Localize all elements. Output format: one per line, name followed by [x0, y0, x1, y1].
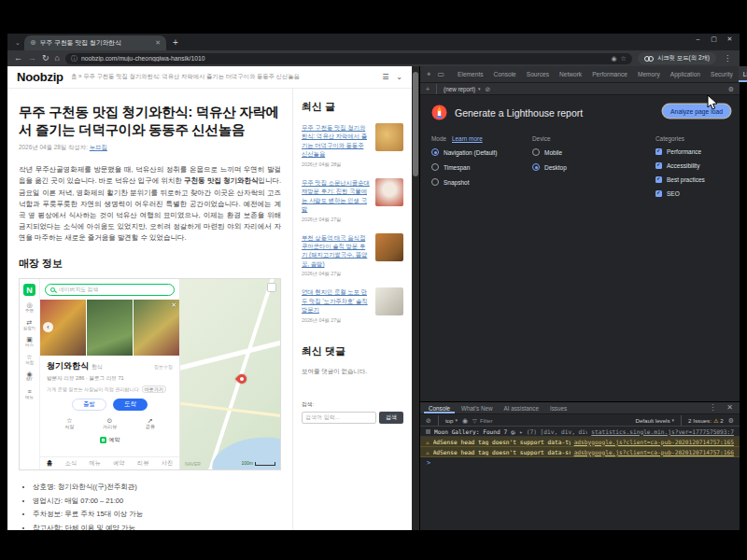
inspect-element-icon[interactable]: ⌖ [424, 71, 434, 78]
search-button[interactable]: 검색 [379, 412, 403, 424]
new-tab-button[interactable]: + [173, 37, 178, 48]
console-prompt[interactable]: > [420, 457, 740, 469]
category-best-practices-checkbox[interactable]: Best practices [655, 176, 730, 183]
rail-item-menu[interactable]: ≡메뉴 [25, 388, 34, 400]
minimize-button[interactable]: – [690, 35, 706, 43]
map-search-input[interactable]: 네이버지도 검색 [45, 284, 175, 296]
place-tab-review[interactable]: 리뷰 [137, 459, 148, 468]
tab-security[interactable]: Security [706, 66, 738, 82]
tab-close-icon[interactable]: ✕ [155, 39, 161, 47]
post-thumbnail[interactable] [375, 287, 403, 315]
bookmark-star-icon[interactable]: ☆ [621, 55, 627, 63]
header-menu-icon[interactable]: ☰ [382, 73, 388, 81]
chevron-down-icon[interactable]: ⌄ [396, 73, 402, 81]
drawer-close-icon[interactable]: ✕ [724, 404, 736, 412]
scrollbar-thumb[interactable] [413, 72, 418, 176]
place-tab-news[interactable]: 소식 [65, 459, 77, 468]
clear-reports-icon[interactable]: ⊘ [486, 86, 491, 92]
share-action[interactable]: ↗공유 [146, 417, 155, 429]
rail-item-nearby[interactable]: ◎주변 [25, 301, 34, 314]
issues-counter[interactable]: 2 Issues:⚠2 [688, 417, 724, 424]
drawer-tab-console[interactable]: Console [424, 402, 455, 413]
incognito-profile-chip[interactable]: 시크릿 모드(외 2개) [638, 52, 716, 64]
map-canvas[interactable]: 100m NAVER [180, 279, 280, 469]
home-icon[interactable]: ⌂ [55, 54, 60, 63]
site-info-icon[interactable]: ⓘ [71, 54, 78, 63]
category-performance-checkbox[interactable]: Performance [655, 148, 730, 155]
log-levels-select[interactable]: Default levels▾ [635, 417, 674, 424]
device-toolbar-icon[interactable]: ▭ [435, 71, 448, 78]
place-name[interactable]: 청기와한식 [47, 360, 89, 372]
lighthouse-settings-icon[interactable]: ⚙ [728, 86, 734, 92]
source-link[interactable]: statistics.single.min.js?ver=1777575093:… [591, 428, 734, 435]
map-control-button[interactable] [267, 283, 276, 292]
password-eye-icon[interactable]: ◉ [612, 55, 617, 63]
window-close-button[interactable]: ✕ [722, 35, 738, 43]
source-link[interactable]: adsbygoogle.js?client=ca-pub-20201207147… [574, 439, 734, 445]
place-tab-photo[interactable]: 사진 [162, 459, 173, 468]
place-tab-home[interactable]: 홈 [47, 459, 52, 468]
tab-application[interactable]: Application [666, 66, 705, 82]
tab-sources[interactable]: Sources [522, 66, 554, 82]
page-scrollbar[interactable] [412, 66, 419, 530]
console-log-row[interactable]: Moon Gallery: Found 7 gallery root(s) in… [420, 427, 740, 437]
mode-timespan-radio[interactable]: Timespan [431, 163, 532, 171]
save-action[interactable]: ☆저장 [64, 417, 74, 429]
drawer-tab-ai-assistance[interactable]: AI assistance [500, 402, 543, 413]
place-tab-reserve[interactable]: 예약 [113, 459, 124, 468]
post-thumbnail[interactable] [375, 178, 403, 206]
post-link[interactable]: 무주 구천동 맛집 청기와한식: 덕유산 자락에서 즐기는 더덕구이와 동동주 … [302, 123, 371, 159]
back-icon[interactable]: ← [14, 54, 22, 63]
source-link[interactable]: adsbygoogle.js?client=ca-pub-20201207147… [574, 449, 734, 455]
address-bar[interactable]: ⓘ noobzip.com/muju-cheonggiwa-hansik/101… [65, 53, 632, 64]
drawer-tab-whats-new[interactable]: What's New [457, 402, 497, 413]
author-link[interactable]: 누브집 [90, 144, 107, 150]
post-link[interactable]: 무주 맛집 소문난시골순대 재방문 후기: 진한 국물에는 사람도 변하는 인생… [302, 178, 371, 214]
tab-console[interactable]: Console [489, 66, 521, 82]
place-reviews[interactable]: 방문자 리뷰 286 · 블로그 리뷰 71 [47, 375, 173, 383]
analyze-page-load-button[interactable]: Analyze page load [663, 105, 730, 118]
mode-navigation-radio[interactable]: Navigation (Default) [431, 148, 532, 156]
search-input[interactable] [302, 412, 376, 424]
rail-item-save[interactable]: ☆저장 [25, 354, 34, 366]
clear-console-icon[interactable]: ⊘ [426, 417, 431, 424]
site-logo[interactable]: Noobzip [17, 70, 63, 84]
tab-network[interactable]: Network [555, 66, 586, 82]
place-photo[interactable] [87, 300, 133, 356]
depart-button[interactable]: 출발 [72, 399, 106, 411]
browser-menu-icon[interactable]: ⋮ [722, 54, 733, 63]
forward-icon[interactable]: → [28, 54, 36, 63]
place-tab-menu[interactable]: 메뉴 [89, 459, 100, 468]
drawer-menu-icon[interactable]: ⋮ [706, 404, 719, 412]
device-desktop-radio[interactable]: Desktop [532, 163, 655, 171]
tab-elements[interactable]: Elements [453, 66, 488, 82]
tab-performance[interactable]: Performance [587, 66, 632, 82]
shortcut-chip[interactable]: 바로가기 [142, 385, 166, 393]
reload-icon[interactable]: ↻ [42, 54, 49, 63]
place-edit-link[interactable]: 정보수정 [154, 364, 173, 370]
mode-snapshot-radio[interactable]: Snapshot [431, 178, 532, 186]
post-thumbnail[interactable] [375, 123, 403, 151]
post-link[interactable]: 부천 상동역 태국 음식점 쿠아쿤타이 솔직 방문 후기 (돼지고기쌀국수, 똠… [302, 233, 371, 269]
naver-logo[interactable]: N [23, 284, 35, 296]
tab-memory[interactable]: Memory [633, 66, 665, 82]
category-seo-checkbox[interactable]: SEO [655, 190, 730, 197]
photo-close-icon[interactable]: ✕ [171, 301, 176, 309]
tab-lighthouse[interactable]: Lighthouse [739, 66, 747, 82]
rail-item-directions[interactable]: ⇄길찾기 [23, 319, 36, 331]
new-report-icon[interactable]: + [426, 86, 430, 92]
tab-search-icon[interactable]: ⌄ [11, 36, 24, 49]
learn-more-link[interactable]: Learn more [452, 135, 483, 142]
report-select[interactable]: (new report)▾ [444, 86, 480, 92]
streetview-action[interactable]: ⊙거리뷰 [103, 417, 117, 429]
context-selector[interactable]: top▾ [445, 417, 458, 424]
reserve-badge[interactable]: 예약 [47, 436, 173, 444]
browser-tab[interactable]: ⊕ 무주 구천동 맛집 청기와한식 ✕ [24, 35, 166, 50]
rail-item-my[interactable]: ◉MY [26, 371, 33, 383]
drawer-tab-issues[interactable]: Issues [545, 402, 571, 413]
console-warning-row[interactable]: ⚠ AdSense head tag doesn't support data-… [420, 447, 740, 457]
rail-item-bus[interactable]: ▣버스 [25, 336, 34, 348]
post-link[interactable]: 연대 현지인 로컬 노포 만두 맛집 '노가주차호' 솔직 방문기 [302, 287, 371, 314]
live-expression-eye-icon[interactable]: ◉ [462, 417, 468, 424]
console-warning-row[interactable]: ⚠ AdSense head tag doesn't support data-… [420, 437, 740, 447]
